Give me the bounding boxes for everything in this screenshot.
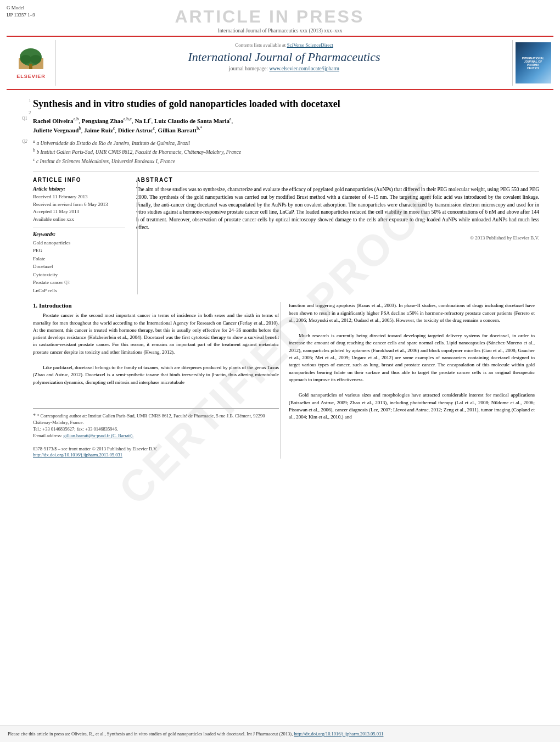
svg-point-3 <box>30 55 41 64</box>
thin-divider-1 <box>33 171 539 171</box>
keyword-3: Folate <box>33 255 125 263</box>
svg-rect-4 <box>29 64 32 69</box>
thin-divider-2 <box>33 227 125 227</box>
elsevier-logo: ELSEVIER <box>7 40 56 86</box>
abstract-col: ABSTRACT The aim of these studies was to… <box>136 177 539 294</box>
footnote-star: * * Corresponding author at: Institut Ga… <box>33 412 279 426</box>
article-title-section: 1 2 Synthesis and in vitro studies of go… <box>21 98 539 110</box>
journal-citation: International Journal of Pharmaceutics x… <box>7 28 553 34</box>
q2-marker: Q2 <box>22 138 27 144</box>
authors-section: Q1 Rachel Oliveiraa,b, Pengxiang Zhaoa,b… <box>33 116 539 135</box>
page: G Model IJP 13357 1–9 ARTICLE IN PRESS I… <box>0 0 560 742</box>
cite-doi-link[interactable]: http://dx.doi.org/10.1016/j.ijpharm.2013… <box>294 731 383 737</box>
article-info-col: ARTICLE INFO Article history: Received 1… <box>21 177 125 294</box>
revised-date: Received in revised form 6 May 2013 <box>33 201 125 209</box>
abstract-text: The aim of these studies was to synthesi… <box>136 186 539 232</box>
body-left-col: 1. Introduction Prostate cancer is the s… <box>21 302 279 459</box>
sciverse-link[interactable]: SciVerse ScienceDirect <box>287 42 333 48</box>
abstract-heading: ABSTRACT <box>136 177 539 183</box>
received-date: Received 11 February 2013 <box>33 193 125 201</box>
journal-cover: INTERNATIONALJOURNAL OFPHARMACEUTICS <box>512 40 553 86</box>
footnote-email-link[interactable]: gillian.barratt@u-psud.fr (C. Barratt). <box>63 433 133 438</box>
journal-title: International Journal of Pharmaceutics <box>61 50 507 64</box>
footnote-section: * * Corresponding author at: Institut Ga… <box>33 408 279 459</box>
cover-image-label: INTERNATIONALJOURNAL OFPHARMACEUTICS <box>521 55 545 71</box>
intro-title: 1. Introduction <box>33 302 279 309</box>
keywords-section: Keywords: Gold nanoparticles PEG Folate … <box>33 232 125 294</box>
elsevier-tree-icon <box>16 47 46 72</box>
intro-para2: Like paclitaxel, docetaxel belongs to th… <box>33 364 279 386</box>
gmodel-info: G Model IJP 13357 1–9 <box>7 4 35 18</box>
q3-inline: Q3 <box>64 280 70 285</box>
article-info-heading: ARTICLE INFO <box>33 177 125 183</box>
body-section: 1. Introduction Prostate cancer is the s… <box>21 302 539 459</box>
affil-a: a a Universidade do Estado do Rio de Jan… <box>33 138 539 147</box>
affil-b: b b Institut Galien Paris-Sud, UMR CNRS … <box>33 147 539 156</box>
journal-center: Contents lists available at SciVerse Sci… <box>56 40 512 86</box>
line-num-1: 1 <box>29 98 31 103</box>
col-divider <box>137 177 138 294</box>
journal-header: ELSEVIER Contents lists available at Sci… <box>7 36 553 90</box>
cover-image: INTERNATIONALJOURNAL OFPHARMACEUTICS <box>516 42 551 83</box>
sciverse-line: Contents lists available at SciVerse Sci… <box>61 42 507 48</box>
accepted-date: Accepted 11 May 2013 <box>33 208 125 216</box>
article-title: Synthesis and in vitro studies of gold n… <box>33 98 539 110</box>
body-right-col: function and triggering apoptosis (Kraus… <box>289 302 539 459</box>
cite-prefix: Please cite this article in press as: Ol… <box>8 731 293 737</box>
bottom-bar: Please cite this article in press as: Ol… <box>0 726 560 742</box>
keyword-7: LnCaP cells <box>33 287 125 294</box>
online-date: Available online xxx <box>33 216 125 224</box>
article-in-press-text: ARTICLE IN PRESS <box>175 7 364 26</box>
intro-para1: Prostate cancer is the second most impor… <box>33 312 279 356</box>
svg-point-2 <box>20 55 31 64</box>
right-para1: function and triggering apoptosis (Kraus… <box>289 302 535 324</box>
history-label: Article history: <box>33 186 125 192</box>
doi-link[interactable]: http://dx.doi.org/10.1016/j.ijpharm.2013… <box>33 452 122 458</box>
footnote-email: E-mail address: gillian.barratt@u-psud.f… <box>33 433 279 439</box>
article-info: Article history: Received 11 February 20… <box>33 186 125 223</box>
q1-marker: Q1 <box>22 116 27 121</box>
doi-line: http://dx.doi.org/10.1016/j.ijpharm.2013… <box>33 452 279 459</box>
info-abstract-section: ARTICLE INFO Article history: Received 1… <box>21 177 539 294</box>
keyword-1: Gold nanoparticles <box>33 239 125 247</box>
right-para2: Much research is currently being directe… <box>289 332 535 383</box>
keywords-label: Keywords: <box>33 232 125 237</box>
line-num-2: 2 <box>29 110 31 115</box>
header-top: G Model IJP 13357 1–9 ARTICLE IN PRESS <box>0 0 560 27</box>
elsevier-text: ELSEVIER <box>16 74 46 79</box>
footnote-tel: Tel.: +33 0146835627; fax: +33 014683594… <box>33 426 279 433</box>
content-area: 1 2 Synthesis and in vitro studies of go… <box>0 98 560 459</box>
right-para3: Gold nanoparticles of various sizes and … <box>289 392 535 421</box>
affiliations-section: Q2 a a Universidade do Estado do Rio de … <box>33 138 539 165</box>
copyright-line: © 2013 Published by Elsevier B.V. <box>136 235 539 241</box>
authors-line: Rachel Oliveiraa,b, Pengxiang Zhaoa,b,c,… <box>33 116 539 135</box>
body-col-divider <box>280 302 281 459</box>
keyword-4: Docetaxel <box>33 263 125 270</box>
keyword-6: Prostate cancer Q3 <box>33 278 125 287</box>
homepage-link[interactable]: www.elsevier.com/locate/ijpharm <box>269 66 339 71</box>
journal-homepage: journal homepage: www.elsevier.com/locat… <box>61 66 507 71</box>
issn-line: 0378-5173/$ – see front matter © 2013 Pu… <box>33 446 279 453</box>
keyword-2: PEG <box>33 247 125 254</box>
affil-c: c c Institut de Sciences Moléculaires, U… <box>33 157 539 165</box>
article-in-press-banner: ARTICLE IN PRESS <box>35 4 504 27</box>
keyword-5: Cytotoxicity <box>33 271 125 278</box>
